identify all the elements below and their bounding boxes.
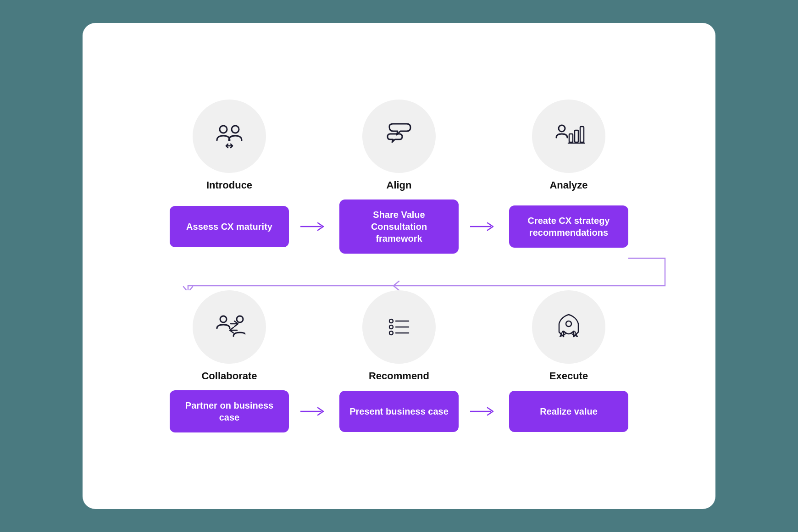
arrow-right-3-icon <box>300 405 328 418</box>
boxes-row-top: Assess CX maturity Share Value Consultat… <box>124 200 674 254</box>
recommend-svg-icon <box>383 311 415 343</box>
arrow-bottom-2 <box>470 405 498 418</box>
step-col-analyze: Analyze <box>498 100 640 200</box>
align-box: Share Value Consultation framework <box>339 200 459 254</box>
arrow-right-2-icon <box>470 220 498 233</box>
arrow-top-1 <box>300 220 328 233</box>
arrow-top-2 <box>470 220 498 233</box>
execute-svg-icon <box>553 311 585 343</box>
diagram: Introduce Align <box>124 100 674 432</box>
box-col-analyze: Create CX strategy recommendations <box>498 205 640 248</box>
align-icon-circle <box>362 100 436 173</box>
svg-rect-6 <box>580 127 584 142</box>
step-col-align: Align <box>328 100 470 200</box>
svg-point-3 <box>559 125 565 132</box>
recommend-icon-circle <box>362 290 436 364</box>
boxes-row-bottom: Partner on business case Present busines… <box>124 390 674 432</box>
arrow-right-4-icon <box>470 405 498 418</box>
connector-row <box>124 254 674 290</box>
arrow-right-1-icon <box>300 220 328 233</box>
execute-box: Realize value <box>509 391 628 432</box>
icons-row-bottom: Collaborate <box>124 290 674 390</box>
execute-label: Execute <box>549 370 588 382</box>
box-col-execute: Realize value <box>498 391 640 432</box>
box-col-introduce: Assess CX maturity <box>158 206 300 247</box>
collaborate-icon-circle <box>193 290 266 364</box>
svg-rect-5 <box>575 130 578 142</box>
main-card: Introduce Align <box>83 23 715 509</box>
align-svg-icon <box>383 120 415 152</box>
svg-point-1 <box>232 126 239 133</box>
step-col-recommend: Recommend <box>328 290 470 390</box>
svg-point-16 <box>389 325 393 329</box>
step-col-execute: Execute <box>498 290 640 390</box>
introduce-icon-circle <box>193 100 266 173</box>
box-col-align: Share Value Consultation framework <box>328 200 470 254</box>
svg-point-13 <box>237 316 243 322</box>
analyze-label: Analyze <box>549 179 587 191</box>
recommend-label: Recommend <box>369 370 429 382</box>
top-section: Introduce Align <box>124 100 674 254</box>
svg-point-18 <box>389 331 393 335</box>
step-col-introduce: Introduce <box>158 100 300 200</box>
introduce-svg-icon <box>213 120 245 152</box>
svg-rect-4 <box>569 134 573 142</box>
icons-row-top: Introduce Align <box>124 100 674 200</box>
collaborate-label: Collaborate <box>201 370 257 382</box>
analyze-svg-icon <box>553 120 585 152</box>
arrow-bottom-1 <box>300 405 328 418</box>
svg-point-0 <box>220 126 227 133</box>
box-col-collaborate: Partner on business case <box>158 390 300 432</box>
bottom-section: Collaborate <box>124 290 674 432</box>
svg-point-10 <box>220 316 227 322</box>
svg-point-20 <box>566 321 571 327</box>
introduce-label: Introduce <box>206 179 252 191</box>
analyze-icon-circle <box>532 100 605 173</box>
introduce-box: Assess CX maturity <box>170 206 289 247</box>
collaborate-box: Partner on business case <box>170 390 289 432</box>
execute-icon-circle <box>532 290 605 364</box>
connector-svg <box>124 254 674 290</box>
collaborate-svg-icon <box>213 311 245 343</box>
step-col-collaborate: Collaborate <box>158 290 300 390</box>
box-col-recommend: Present business case <box>328 391 470 432</box>
svg-point-14 <box>389 319 393 323</box>
align-label: Align <box>387 179 412 191</box>
recommend-box: Present business case <box>339 391 459 432</box>
analyze-box: Create CX strategy recommendations <box>509 205 628 248</box>
